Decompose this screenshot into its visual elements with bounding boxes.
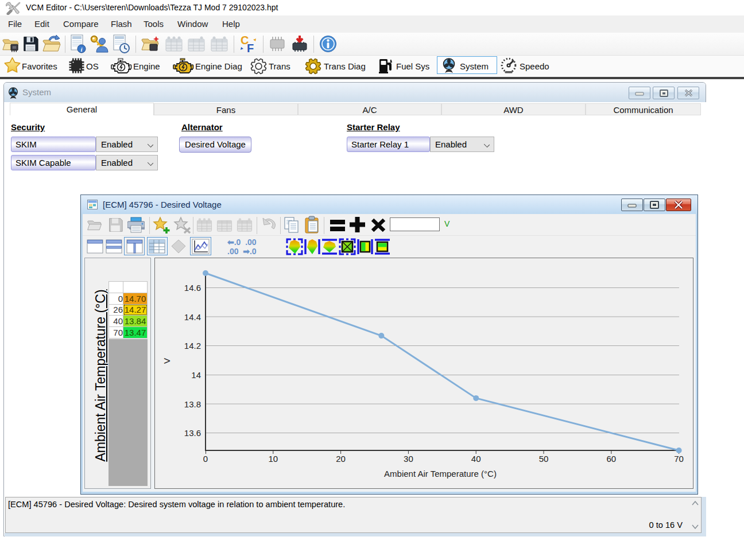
svg-text:14: 14 (191, 370, 201, 380)
svg-text:20: 20 (336, 454, 346, 464)
svg-text:F: F (247, 42, 254, 54)
svg-text:40: 40 (471, 454, 481, 464)
svg-text:70: 70 (674, 454, 684, 464)
svg-text:60: 60 (606, 454, 616, 464)
svg-text:10: 10 (268, 454, 278, 464)
svg-text:30: 30 (404, 454, 413, 464)
svg-text:14.4: 14.4 (184, 312, 201, 322)
svg-text:V: V (162, 358, 172, 364)
svg-text:13.8: 13.8 (184, 399, 201, 409)
svg-text:14.6: 14.6 (184, 283, 201, 293)
svg-text:14.2: 14.2 (184, 341, 201, 351)
svg-text:Ambient Air Temperature (°C): Ambient Air Temperature (°C) (384, 469, 497, 479)
svg-text:13.6: 13.6 (184, 428, 201, 438)
svg-text:50: 50 (539, 454, 549, 464)
svg-text:0: 0 (203, 454, 208, 464)
